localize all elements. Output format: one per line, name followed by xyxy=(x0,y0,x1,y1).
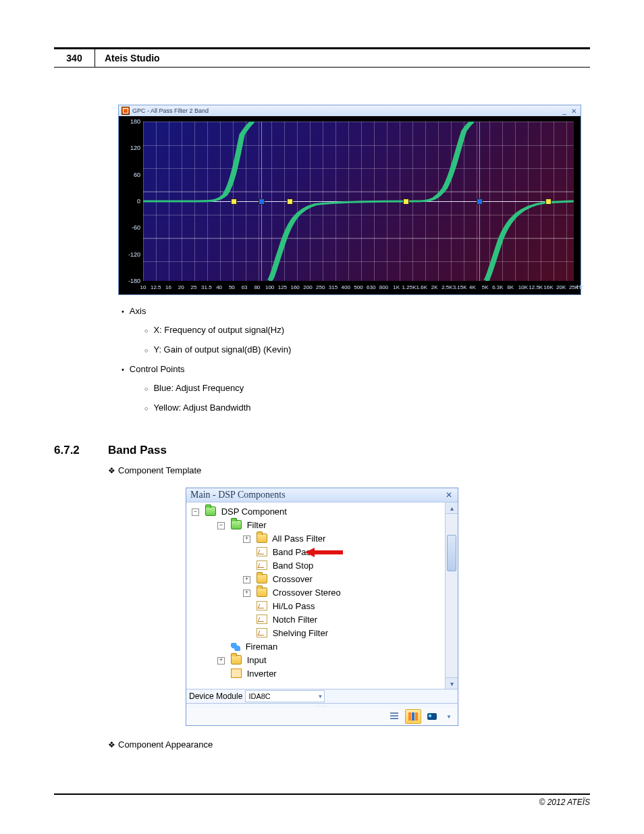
x-tick: 8K xyxy=(507,284,514,290)
tree-node-hilo-pass[interactable]: Hi/Lo Pass xyxy=(243,600,445,613)
x-tick: 40 xyxy=(216,284,222,290)
y-tick: 60 xyxy=(122,172,140,178)
section-title: Band Pass xyxy=(108,444,167,457)
tree-node-notch[interactable]: Notch Filter xyxy=(243,613,445,627)
tree-node-inverter[interactable]: Inverter xyxy=(217,667,445,681)
tree-toolbar: ▼ xyxy=(186,708,458,725)
x-axis-unit: Hz xyxy=(576,284,584,290)
close-icon[interactable]: ✕ xyxy=(444,490,454,500)
tree-label: Shelving Filter xyxy=(273,628,328,638)
frequency-handle[interactable] xyxy=(477,199,483,205)
x-tick: 125 xyxy=(278,284,287,290)
page-header: 340 Ateis Studio xyxy=(54,47,590,68)
expand-icon[interactable]: − xyxy=(217,522,225,529)
device-module-row: Device Module IDA8C ▼ xyxy=(186,689,458,704)
chevron-down-icon: ▼ xyxy=(317,694,323,700)
expand-icon[interactable]: − xyxy=(192,509,199,516)
tree-node-band-stop[interactable]: Band Stop xyxy=(243,559,445,573)
tree-label: All Pass Filter xyxy=(272,533,325,544)
filter-icon xyxy=(257,547,267,556)
bandwidth-handle[interactable] xyxy=(287,199,293,205)
scroll-up-icon[interactable]: ▴ xyxy=(446,502,458,514)
x-tick: 1.6K xyxy=(417,284,427,290)
plot-grid: 180 120 60 0 -60 -120 -180 10 12.5 16 20… xyxy=(143,122,574,281)
scroll-thumb[interactable] xyxy=(447,535,456,571)
x-tick: 1K xyxy=(393,284,400,290)
component-tree-window: Main - DSP Components ✕ − DSP Component … xyxy=(186,488,458,726)
x-tick: 25 xyxy=(191,284,197,290)
toolbar-more-button[interactable]: ▼ xyxy=(443,709,454,724)
tree-node-shelving[interactable]: Shelving Filter xyxy=(243,627,445,640)
tree-node-crossover-stereo[interactable]: + Crossover Stereo xyxy=(243,586,445,600)
device-button[interactable] xyxy=(424,709,440,724)
tree-area[interactable]: − DSP Component − Filter + xyxy=(186,502,445,689)
x-tick: 12.5 xyxy=(151,284,161,290)
plot-title: GPC - All Pass Filter 2 Band xyxy=(132,107,209,114)
component-template-label: Component Template xyxy=(108,465,590,475)
tree-label: Hi/Lo Pass xyxy=(273,601,315,611)
page-footer: © 2012 ATEÏS xyxy=(54,793,590,807)
tree-label: Input xyxy=(247,655,267,665)
x-tick: 20 xyxy=(178,284,184,290)
list-icon xyxy=(390,712,398,721)
scrollbar[interactable]: ▴ ▾ xyxy=(445,502,458,689)
x-tick: 1.25K xyxy=(402,284,417,290)
bullet-axis: Axis xyxy=(122,302,590,321)
folder-icon xyxy=(205,506,216,516)
section-heading: 6.7.2 Band Pass xyxy=(54,444,590,457)
folder-icon xyxy=(231,655,242,664)
expand-icon[interactable]: + xyxy=(243,536,250,543)
x-tick: 500 xyxy=(354,284,363,290)
tree-label: Notch Filter xyxy=(273,615,317,625)
frequency-handle[interactable] xyxy=(259,199,265,205)
svg-marker-0 xyxy=(305,548,343,557)
x-tick: 800 xyxy=(379,284,388,290)
x-tick: 31.5 xyxy=(201,284,212,290)
tree-label: Crossover xyxy=(273,574,313,584)
x-tick: 630 xyxy=(367,284,375,290)
device-module-combo[interactable]: IDA8C ▼ xyxy=(245,690,325,702)
minimize-icon[interactable]: _ xyxy=(560,107,568,115)
expand-icon[interactable]: + xyxy=(217,657,225,664)
view-list-button[interactable] xyxy=(386,709,402,724)
close-icon[interactable]: ✕ xyxy=(570,107,578,115)
chevron-down-icon: ▼ xyxy=(446,714,452,720)
device-module-label: Device Module xyxy=(189,692,242,701)
tree-node-all-pass[interactable]: + All Pass Filter xyxy=(243,532,445,546)
y-tick: -60 xyxy=(122,224,140,231)
bandwidth-handle[interactable] xyxy=(231,199,237,205)
expand-icon[interactable]: + xyxy=(243,590,250,597)
tree-titlebar[interactable]: Main - DSP Components ✕ xyxy=(186,488,458,502)
tree-label: Inverter xyxy=(247,669,277,679)
expand-icon[interactable]: + xyxy=(243,576,250,583)
tree-node-dsp-component[interactable]: − DSP Component − Filter + xyxy=(192,505,445,681)
x-tick: 10K xyxy=(518,284,528,290)
bandwidth-handle[interactable] xyxy=(403,199,409,205)
bullet-axis-x: X: Frequency of output signal(Hz) xyxy=(144,321,590,340)
folder-icon xyxy=(257,574,267,583)
tree-node-fireman[interactable]: Fireman xyxy=(217,640,445,654)
x-tick: 16 xyxy=(165,284,171,290)
tree-node-input[interactable]: + Input xyxy=(217,654,445,667)
plot-titlebar[interactable]: GPC - All Pass Filter 2 Band _ ✕ xyxy=(119,105,581,116)
filter-icon xyxy=(257,615,267,624)
tree-node-crossover[interactable]: + Crossover xyxy=(243,573,445,586)
tree-title: Main - DSP Components xyxy=(190,490,286,500)
filter-icon xyxy=(257,561,267,570)
filter-curves xyxy=(143,122,574,281)
plot-canvas[interactable]: 180 120 60 0 -60 -120 -180 10 12.5 16 20… xyxy=(119,116,581,294)
tree-node-band-pass[interactable]: Band Pass xyxy=(243,546,445,559)
bandwidth-handle[interactable] xyxy=(545,199,552,205)
y-tick: 0 xyxy=(122,198,140,205)
inverter-icon xyxy=(231,669,242,678)
tree-node-filter[interactable]: − Filter + All Pass Filter xyxy=(217,519,445,640)
view-columns-button[interactable] xyxy=(405,709,421,724)
x-tick: 100 xyxy=(265,284,274,290)
section-number: 6.7.2 xyxy=(54,444,108,457)
x-tick: 16K xyxy=(543,284,553,290)
x-tick: 160 xyxy=(290,284,299,290)
scroll-down-icon[interactable]: ▾ xyxy=(446,677,458,689)
tree-label: Filter xyxy=(247,520,267,530)
filter-icon xyxy=(257,601,267,610)
x-tick: 3.15K xyxy=(453,284,467,290)
